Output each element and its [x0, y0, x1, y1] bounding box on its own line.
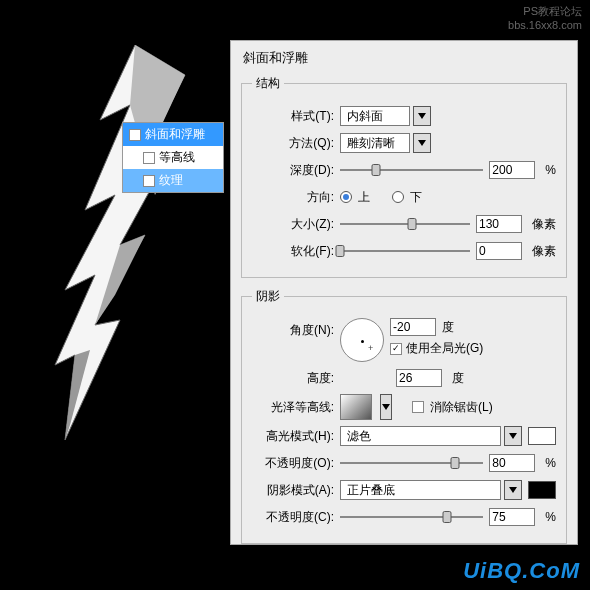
chevron-down-icon[interactable] — [413, 106, 431, 126]
hl-op-input[interactable] — [489, 454, 535, 472]
watermark-top: PS教程论坛 bbs.16xx8.com — [508, 4, 582, 32]
list-label: 等高线 — [159, 149, 195, 166]
dir-label: 方向: — [252, 189, 334, 206]
dir-up-radio[interactable] — [340, 191, 352, 203]
svg-marker-3 — [65, 350, 90, 440]
soft-slider[interactable] — [340, 244, 470, 258]
gloss-label: 光泽等高线: — [252, 399, 334, 416]
sh-combo[interactable]: 正片叠底 — [340, 480, 522, 500]
list-item-bevel[interactable]: ✓ 斜面和浮雕 — [123, 123, 223, 146]
structure-group: 结构 样式(T): 内斜面 方法(Q): 雕刻清晰 深度(D): % 方向: 上 — [241, 75, 567, 278]
pct-unit: % — [545, 163, 556, 177]
watermark-bottom: UiBQ.CoM — [463, 558, 580, 584]
global-label: 使用全局光(G) — [406, 340, 483, 357]
soft-label: 软化(F): — [252, 243, 334, 260]
depth-label: 深度(D): — [252, 162, 334, 179]
structure-legend: 结构 — [252, 75, 284, 92]
angle-input[interactable] — [390, 318, 436, 336]
dir-down-label: 下 — [410, 189, 422, 206]
lightning-art — [35, 45, 195, 515]
angle-wheel[interactable]: + — [340, 318, 384, 362]
px-unit: 像素 — [532, 216, 556, 233]
chevron-down-icon[interactable] — [504, 480, 522, 500]
deg-unit2: 度 — [452, 370, 464, 387]
style-combo[interactable]: 内斜面 — [340, 106, 431, 126]
sh-op-input[interactable] — [489, 508, 535, 526]
chevron-down-icon[interactable] — [380, 394, 392, 420]
global-checkbox[interactable]: ✓ — [390, 343, 402, 355]
method-value: 雕刻清晰 — [340, 133, 410, 153]
size-label: 大小(Z): — [252, 216, 334, 233]
bevel-panel: 斜面和浮雕 结构 样式(T): 内斜面 方法(Q): 雕刻清晰 深度(D): %… — [230, 40, 578, 545]
pct3: % — [545, 510, 556, 524]
depth-input[interactable] — [489, 161, 535, 179]
list-item-contour[interactable]: 等高线 — [123, 146, 223, 169]
hl-op-slider[interactable] — [340, 456, 483, 470]
method-label: 方法(Q): — [252, 135, 334, 152]
panel-title: 斜面和浮雕 — [243, 49, 567, 67]
chevron-down-icon[interactable] — [504, 426, 522, 446]
hl-value: 滤色 — [340, 426, 501, 446]
list-item-texture[interactable]: 纹理 — [123, 169, 223, 192]
soft-input[interactable] — [476, 242, 522, 260]
hl-op-label: 不透明度(O): — [252, 455, 334, 472]
sh-op-slider[interactable] — [340, 510, 483, 524]
style-label: 样式(T): — [252, 108, 334, 125]
svg-marker-0 — [55, 45, 185, 440]
wm-line1: PS教程论坛 — [508, 4, 582, 18]
px-unit2: 像素 — [532, 243, 556, 260]
sh-color-swatch[interactable] — [528, 481, 556, 499]
style-value: 内斜面 — [340, 106, 410, 126]
aa-label: 消除锯齿(L) — [430, 399, 493, 416]
sh-label: 阴影模式(A): — [252, 482, 334, 499]
pct2: % — [545, 456, 556, 470]
shadow-legend: 阴影 — [252, 288, 284, 305]
method-combo[interactable]: 雕刻清晰 — [340, 133, 431, 153]
depth-slider[interactable] — [340, 163, 483, 177]
shadow-group: 阴影 角度(N): + 度 ✓ 使用全局光(G) 高度: 度 光泽等高线: — [241, 288, 567, 544]
size-input[interactable] — [476, 215, 522, 233]
dir-up-label: 上 — [358, 189, 370, 206]
dir-down-radio[interactable] — [392, 191, 404, 203]
angle-label: 角度(N): — [252, 322, 334, 339]
checkbox-icon[interactable] — [143, 175, 155, 187]
list-label: 斜面和浮雕 — [145, 126, 205, 143]
wm-line2: bbs.16xx8.com — [508, 18, 582, 32]
aa-checkbox[interactable] — [412, 401, 424, 413]
hl-combo[interactable]: 滤色 — [340, 426, 522, 446]
alt-label: 高度: — [252, 370, 334, 387]
hl-label: 高光模式(H): — [252, 428, 334, 445]
alt-input[interactable] — [396, 369, 442, 387]
style-list[interactable]: ✓ 斜面和浮雕 等高线 纹理 — [122, 122, 224, 193]
deg-unit: 度 — [442, 319, 454, 336]
checkbox-icon[interactable] — [143, 152, 155, 164]
chevron-down-icon[interactable] — [413, 133, 431, 153]
sh-value: 正片叠底 — [340, 480, 501, 500]
hl-color-swatch[interactable] — [528, 427, 556, 445]
list-label: 纹理 — [159, 172, 183, 189]
sh-op-label: 不透明度(C): — [252, 509, 334, 526]
svg-marker-2 — [95, 235, 145, 325]
size-slider[interactable] — [340, 217, 470, 231]
checkbox-icon[interactable]: ✓ — [129, 129, 141, 141]
contour-preview[interactable] — [340, 394, 372, 420]
